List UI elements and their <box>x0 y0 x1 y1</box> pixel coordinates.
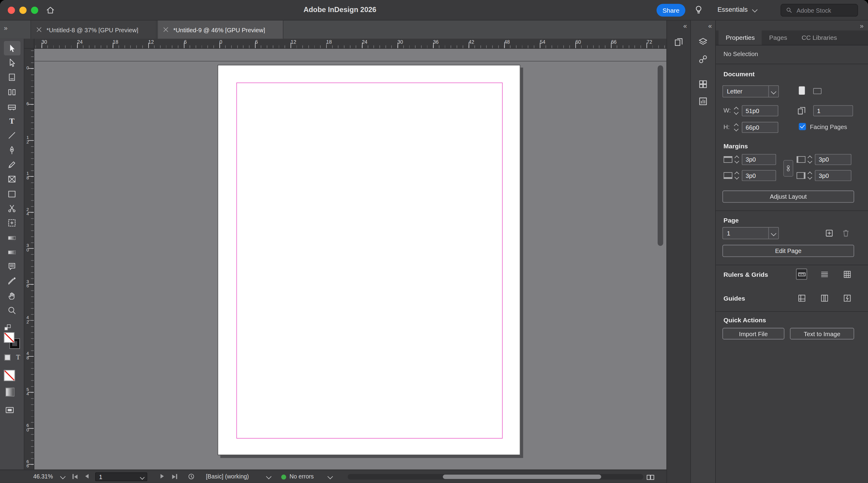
baseline-grid-icon[interactable] <box>819 269 830 280</box>
margin-outside-field[interactable]: 3p0 <box>815 170 851 181</box>
ruler-origin-box[interactable] <box>24 39 34 49</box>
swatches-panel-icon[interactable] <box>697 78 709 90</box>
document-preset-select[interactable]: Letter <box>722 85 779 97</box>
tab-cc-libraries[interactable]: CC Libraries <box>795 30 844 45</box>
previous-page-button[interactable] <box>85 474 89 479</box>
tab-properties[interactable]: Properties <box>718 30 762 45</box>
first-page-button[interactable] <box>73 474 78 479</box>
last-page-button[interactable] <box>172 474 177 479</box>
facing-pages-checkbox[interactable] <box>799 123 806 130</box>
free-transform-tool-icon[interactable] <box>4 216 20 230</box>
pages-panel-icon[interactable] <box>673 36 685 48</box>
next-page-button[interactable] <box>161 474 164 479</box>
scissors-tool-icon[interactable] <box>4 201 20 216</box>
smart-guides-icon[interactable] <box>841 293 852 304</box>
orientation-portrait-icon[interactable] <box>799 87 805 95</box>
zoom-menu-chevron-icon[interactable] <box>60 474 65 479</box>
ruler-icon[interactable] <box>796 269 807 280</box>
guides-icon[interactable] <box>796 293 807 304</box>
rectangle-frame-tool-icon[interactable] <box>4 172 20 187</box>
page-tool-icon[interactable] <box>4 70 20 85</box>
orientation-landscape-icon[interactable] <box>813 88 822 94</box>
zoom-level[interactable]: 46.31% <box>33 473 53 480</box>
eyedropper-tool-icon[interactable] <box>4 274 20 289</box>
delete-page-icon[interactable] <box>841 228 851 238</box>
tab-close-icon[interactable] <box>36 27 41 32</box>
pen-tool-icon[interactable] <box>4 143 20 157</box>
document-tab[interactable]: *Untitled-8 @ 37% [GPU Preview] <box>30 21 157 39</box>
apply-none-button[interactable] <box>4 370 15 381</box>
gradient-feather-tool-icon[interactable] <box>4 245 20 259</box>
margin-bottom-field[interactable]: 3p0 <box>742 170 776 181</box>
line-tool-icon[interactable] <box>4 128 20 143</box>
stock-search-input[interactable]: Adobe Stock <box>781 4 858 17</box>
content-collector-tool-icon[interactable] <box>4 99 20 114</box>
margin-outside-stepper[interactable] <box>807 170 812 181</box>
margin-bottom-stepper[interactable] <box>734 170 740 181</box>
text-to-image-button[interactable]: Text to Image <box>790 328 854 339</box>
margin-top-stepper[interactable] <box>734 154 740 165</box>
document-grid-icon[interactable] <box>841 269 852 280</box>
edit-page-button[interactable]: Edit Page <box>722 245 854 257</box>
preflight-status[interactable]: No errors <box>290 473 314 480</box>
margin-top-field[interactable]: 3p0 <box>742 154 776 165</box>
page-select[interactable]: 1 <box>722 227 779 239</box>
height-field[interactable]: 66p0 <box>742 122 778 133</box>
expand-panels-icon[interactable] <box>683 23 687 29</box>
page-menu-chevron-icon[interactable] <box>140 475 145 480</box>
margin-inside-field[interactable]: 3p0 <box>815 154 851 165</box>
home-button[interactable] <box>45 5 56 15</box>
preflight-icon[interactable] <box>187 473 195 481</box>
apply-gradient-button[interactable] <box>5 388 14 396</box>
pasteboard[interactable] <box>34 49 667 470</box>
formatting-affects-container-icon[interactable] <box>4 355 10 361</box>
collapse-dock-icon[interactable] <box>860 23 864 29</box>
selection-tool-icon[interactable] <box>4 41 20 56</box>
document-tab-active[interactable]: *Untitled-9 @ 46% [GPU Preview] <box>157 21 284 39</box>
formatting-affects-text-icon[interactable] <box>16 355 22 361</box>
pencil-tool-icon[interactable] <box>4 157 20 172</box>
hand-tool-icon[interactable] <box>4 289 20 303</box>
add-page-icon[interactable] <box>824 228 834 238</box>
width-stepper[interactable] <box>734 105 739 116</box>
cc-libraries-panel-icon[interactable] <box>697 95 709 107</box>
margin-inside-stepper[interactable] <box>807 154 812 165</box>
lightbulb-icon[interactable] <box>693 4 704 16</box>
errors-menu-chevron-icon[interactable] <box>328 474 333 479</box>
vertical-scrollbar[interactable] <box>656 49 664 470</box>
rectangle-tool-icon[interactable] <box>4 187 20 201</box>
share-button[interactable]: Share <box>656 4 685 17</box>
preflight-menu-chevron-icon[interactable] <box>266 474 272 479</box>
horizontal-scrollbar-thumb[interactable] <box>443 475 601 479</box>
spread-view-icon[interactable] <box>646 473 655 482</box>
import-file-button[interactable]: Import File <box>722 328 784 339</box>
links-panel-icon[interactable] <box>697 53 709 65</box>
layers-panel-icon[interactable] <box>697 36 709 48</box>
fill-swatch-none[interactable] <box>4 332 14 343</box>
default-fill-stroke-icon[interactable] <box>4 324 11 331</box>
fullscreen-button[interactable] <box>31 7 38 14</box>
height-stepper[interactable] <box>734 122 739 133</box>
screen-mode-button[interactable] <box>5 405 14 415</box>
workspace-switcher[interactable]: Essentials <box>717 5 756 13</box>
page-count-field[interactable]: 1 <box>813 105 853 116</box>
horizontal-ruler[interactable]: 302418126061218243036424854606672 <box>34 39 667 49</box>
vertical-scrollbar-thumb[interactable] <box>658 65 663 246</box>
document-page[interactable] <box>218 65 521 455</box>
note-tool-icon[interactable] <box>4 259 20 274</box>
link-margins-button[interactable] <box>783 160 793 177</box>
column-guides-icon[interactable] <box>819 293 830 304</box>
width-field[interactable]: 51p0 <box>742 105 778 116</box>
type-tool-icon[interactable]: T <box>4 114 20 128</box>
close-button[interactable] <box>8 7 15 14</box>
expand-panels-icon[interactable] <box>708 23 712 29</box>
page-number-field[interactable]: 1 <box>95 472 147 481</box>
tab-pages[interactable]: Pages <box>762 30 795 45</box>
tab-close-icon[interactable] <box>163 27 168 32</box>
gradient-swatch-tool-icon[interactable] <box>4 230 20 245</box>
preflight-profile[interactable]: [Basic] (working) <box>206 473 249 480</box>
vertical-ruler[interactable]: 0612182430364248546066 <box>24 49 34 470</box>
minimize-button[interactable] <box>19 7 27 14</box>
direct-selection-tool-icon[interactable] <box>4 56 20 70</box>
gap-tool-icon[interactable] <box>4 85 20 99</box>
